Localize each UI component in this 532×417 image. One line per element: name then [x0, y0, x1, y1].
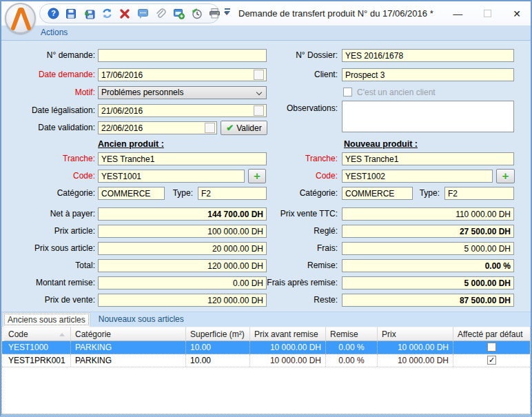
- n-dossier-input[interactable]: [342, 49, 514, 62]
- ancien-client-label: C'est un ancien client: [357, 86, 436, 100]
- delete-icon[interactable]: [119, 8, 131, 20]
- cell-affecte: ✓: [453, 354, 530, 367]
- nouveau-tranche-input[interactable]: [342, 152, 514, 165]
- ancien-code-input[interactable]: [98, 170, 245, 183]
- montant-remise-field[interactable]: [98, 276, 267, 289]
- frais-field[interactable]: [342, 242, 514, 255]
- maximize-icon: [484, 10, 491, 17]
- net-a-payer-field[interactable]: [98, 207, 267, 221]
- valider-button[interactable]: ✔ Valider: [221, 121, 267, 135]
- cell-prix-avant-remise[interactable]: 10 000.00 DH: [250, 354, 326, 367]
- ancien-client-checkbox[interactable]: [343, 88, 352, 96]
- prix-article-field[interactable]: [98, 225, 267, 238]
- ancien-categorie-input[interactable]: [98, 187, 165, 200]
- column-header-affecte-par-defaut[interactable]: Affecté par défaut: [453, 327, 530, 341]
- comment-icon[interactable]: [136, 8, 149, 20]
- client-input[interactable]: [342, 68, 514, 81]
- prix-vente-ttc-field[interactable]: [342, 207, 514, 221]
- save-icon[interactable]: [65, 8, 77, 20]
- cell-categorie[interactable]: PARKING: [71, 354, 186, 367]
- date-validation-input[interactable]: [98, 121, 217, 134]
- column-header-code[interactable]: Code: [4, 327, 71, 341]
- motif-label: Motif:: [4, 86, 95, 100]
- frais-apres-remise-label: Frais après remise:: [247, 276, 338, 290]
- help-icon[interactable]: ?: [47, 8, 59, 20]
- reste-label: Reste:: [247, 294, 338, 307]
- titlebar: ?: [1, 1, 531, 26]
- cell-prix-avant-remise[interactable]: 10 000.00 DH: [250, 341, 326, 354]
- regle-field[interactable]: [342, 225, 514, 238]
- date-validation-picker-button[interactable]: [205, 123, 215, 133]
- column-header-prix[interactable]: Prix: [378, 327, 453, 341]
- menu-actions[interactable]: Actions: [41, 28, 68, 37]
- minimize-button[interactable]: —: [453, 8, 462, 19]
- column-header-prix-avant-remise[interactable]: Prix avant remise: [250, 327, 326, 341]
- date-demande-input[interactable]: [98, 68, 267, 81]
- sub-articles-grid: Code Catégorie Superficie (m²) Prix avan…: [1, 327, 531, 414]
- cell-code[interactable]: YEST1000: [4, 341, 71, 354]
- svg-text:?: ?: [51, 9, 56, 17]
- chevron-down-icon: [256, 90, 262, 95]
- nouveau-code-input[interactable]: [342, 170, 493, 183]
- prix-de-vente-field[interactable]: [98, 294, 267, 307]
- sort-ascending-icon: [59, 333, 65, 336]
- ancien-tranche-label: Tranche:: [4, 152, 95, 166]
- column-header-remise[interactable]: Remise: [326, 327, 378, 341]
- remise-field[interactable]: [342, 259, 514, 272]
- total-field[interactable]: [98, 259, 267, 272]
- close-button[interactable]: ✕: [513, 8, 521, 19]
- prix-de-vente-label: Prix de vente:: [4, 294, 95, 307]
- observations-textarea[interactable]: [342, 101, 514, 132]
- check-icon: ✔: [226, 123, 234, 133]
- history-icon[interactable]: [190, 8, 203, 20]
- cell-superficie[interactable]: 10.00: [186, 354, 250, 367]
- date-legalisation-label: Date légalisation:: [4, 104, 95, 118]
- nouveau-add-button[interactable]: +: [496, 169, 515, 183]
- print-icon[interactable]: [208, 8, 221, 20]
- cell-prix[interactable]: 10 000.00 DH: [378, 341, 453, 354]
- maximize-button[interactable]: [484, 10, 491, 17]
- frais-apres-remise-field[interactable]: [342, 276, 514, 289]
- nouveau-produit-header: Nouveau produit :: [344, 139, 418, 149]
- grid-header: Code Catégorie Superficie (m²) Prix avan…: [2, 327, 530, 341]
- app-logo-orb-icon[interactable]: [5, 3, 36, 34]
- cell-remise[interactable]: 0.00 %: [326, 354, 378, 367]
- cell-categorie[interactable]: PARKING: [71, 341, 186, 354]
- cell-affecte: [453, 341, 530, 354]
- nouveau-type-input[interactable]: [444, 187, 514, 200]
- affecte-checkbox[interactable]: [487, 343, 496, 352]
- save-as-icon[interactable]: [83, 8, 95, 20]
- refresh-icon[interactable]: [101, 8, 113, 20]
- frais-label: Frais:: [247, 242, 338, 256]
- date-legalisation-input[interactable]: [98, 104, 267, 117]
- lambda-logo-icon: [8, 7, 33, 30]
- tab-anciens-sous-articles[interactable]: Anciens sous articles: [3, 312, 90, 327]
- quick-access-toolbar: ?: [39, 3, 220, 23]
- motif-value: Problémes personnels: [101, 88, 183, 97]
- table-row[interactable]: YEST1PRK001 PARKING 10.00 10 000.00 DH 0…: [2, 354, 530, 367]
- ancien-tranche-input[interactable]: [98, 152, 267, 165]
- total-label: Total:: [4, 259, 95, 273]
- tab-nouveaux-sous-articles[interactable]: Nouveaux sous articles: [90, 312, 192, 327]
- nouveau-type-label: Type:: [413, 187, 440, 201]
- prix-vente-ttc-label: Prix vente TTC:: [247, 207, 338, 221]
- ancien-categorie-label: Catégorie:: [4, 187, 95, 201]
- table-row[interactable]: YEST1000 PARKING 10.00 10 000.00 DH 0.00…: [2, 341, 530, 354]
- motif-dropdown[interactable]: Problémes personnels: [98, 86, 267, 99]
- cell-remise[interactable]: 0.00 %: [326, 341, 378, 354]
- cell-superficie[interactable]: 10.00: [186, 341, 250, 354]
- cell-prix[interactable]: 10 000.00 DH: [378, 354, 453, 367]
- reste-field[interactable]: [342, 294, 514, 307]
- affecte-checkbox-checked[interactable]: ✓: [487, 356, 496, 365]
- attachment-icon[interactable]: [154, 8, 167, 20]
- prix-sous-article-field[interactable]: [98, 242, 267, 255]
- toolbar-overflow-button[interactable]: [223, 8, 232, 18]
- add-window-icon[interactable]: [172, 8, 185, 20]
- cell-code[interactable]: YEST1PRK001: [4, 354, 71, 367]
- n-demande-input[interactable]: [98, 49, 267, 62]
- menubar: Actions: [1, 26, 531, 41]
- column-header-categorie[interactable]: Catégorie: [71, 327, 186, 341]
- nouveau-categorie-input[interactable]: [342, 187, 413, 200]
- nouveau-tranche-label: Tranche:: [247, 152, 338, 166]
- column-header-superficie[interactable]: Superficie (m²): [186, 327, 250, 341]
